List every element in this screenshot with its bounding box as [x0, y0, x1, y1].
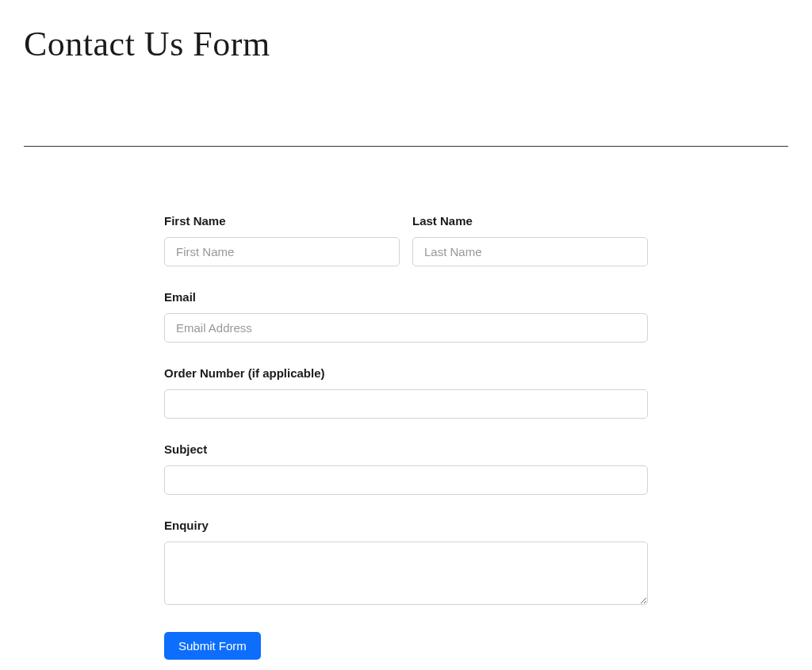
order-number-label: Order Number (if applicable) [164, 366, 648, 380]
last-name-label: Last Name [412, 214, 648, 228]
email-label: Email [164, 290, 648, 304]
enquiry-label: Enquiry [164, 519, 648, 532]
divider [24, 146, 788, 147]
enquiry-textarea[interactable] [164, 542, 648, 605]
page-title: Contact Us Form [24, 24, 788, 71]
email-group: Email [164, 290, 648, 343]
last-name-input[interactable] [412, 237, 648, 266]
contact-form: First Name Last Name Email Order Number … [164, 214, 648, 670]
first-name-group: First Name [164, 214, 400, 266]
first-name-label: First Name [164, 214, 400, 228]
subject-group: Subject [164, 442, 648, 495]
order-number-group: Order Number (if applicable) [164, 366, 648, 419]
first-name-input[interactable] [164, 237, 400, 266]
submit-button[interactable]: Submit Form [164, 632, 261, 660]
order-number-input[interactable] [164, 389, 648, 419]
email-input[interactable] [164, 313, 648, 343]
subject-label: Subject [164, 442, 648, 456]
subject-input[interactable] [164, 465, 648, 495]
last-name-group: Last Name [412, 214, 648, 266]
enquiry-group: Enquiry [164, 519, 648, 608]
name-row: First Name Last Name [164, 214, 648, 266]
